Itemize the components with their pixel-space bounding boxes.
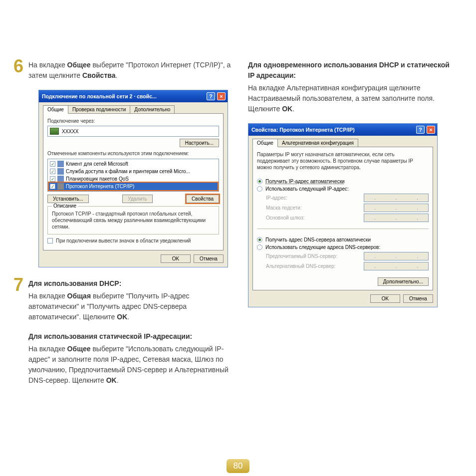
- tab-altconfig[interactable]: Альтернативная конфигурация: [277, 139, 358, 147]
- service-icon: [57, 168, 64, 175]
- step-7-number: 7: [13, 274, 23, 295]
- qos-icon: [57, 176, 64, 182]
- advanced-button[interactable]: Дополнительно...: [378, 277, 429, 286]
- radio-manual-ip-label: Использовать следующий IP-адрес:: [265, 186, 349, 192]
- mask-label: Маска подсети:: [266, 205, 302, 211]
- dhcp-text: На вкладке Общая выберите "Получить IP-а…: [28, 291, 233, 322]
- gateway-label: Основной шлюз:: [266, 215, 304, 221]
- adapter-name: XXXXX: [62, 129, 78, 134]
- radio-manual-dns-label: Использовать следующие адреса DNS-сервер…: [265, 244, 380, 250]
- dhcp-heading: Для использования DHCP:: [28, 278, 233, 289]
- step-6-text: На вкладке Общее выберите "Протокол Инте…: [28, 60, 233, 81]
- close-icon[interactable]: ×: [427, 126, 435, 134]
- notify-label: При подключении вывести значок в области…: [56, 238, 191, 244]
- dns2-input[interactable]: ...: [364, 262, 429, 270]
- checkbox-icon[interactable]: ✓: [50, 169, 55, 174]
- right-column: Для одновременного использования DHCP и …: [248, 60, 454, 395]
- titlebar: Свойства: Протокол Интернета (TCP/IP) ? …: [248, 124, 437, 136]
- checkbox-icon[interactable]: ✓: [50, 161, 55, 167]
- radio-auto-dns-label: Получить адрес DNS-сервера автоматически: [265, 237, 371, 242]
- both-text: На вкладке Альтернативная конфигурация щ…: [248, 83, 454, 114]
- radio-auto-ip[interactable]: [257, 179, 262, 184]
- client-icon: [57, 161, 64, 167]
- tab-advanced[interactable]: Дополнительно: [130, 105, 175, 114]
- properties-button[interactable]: Свойства: [186, 195, 219, 203]
- description-body: Протокол TCP/IP - стандартный протокол г…: [52, 211, 215, 230]
- ip-input[interactable]: ...: [364, 194, 429, 202]
- page-number-badge: 80: [227, 459, 249, 473]
- notify-checkbox[interactable]: ✓: [47, 238, 53, 243]
- configure-button[interactable]: Настроить...: [180, 139, 219, 147]
- ip-label: IP-адрес:: [266, 195, 287, 201]
- cancel-button[interactable]: Отмена: [403, 294, 433, 303]
- dns1-input[interactable]: ...: [364, 252, 429, 260]
- connect-via-label: Подключение через:: [47, 118, 219, 124]
- list-item[interactable]: ✓ Клиент для сетей Microsoft: [49, 160, 218, 168]
- tab-general[interactable]: Общие: [252, 139, 278, 147]
- both-heading: Для одновременного использования DHCP и …: [248, 60, 454, 81]
- tab-auth[interactable]: Проверка подлинности: [68, 105, 130, 114]
- mask-input[interactable]: ...: [364, 204, 429, 212]
- tcpip-properties-dialog: Свойства: Протокол Интернета (TCP/IP) ? …: [248, 123, 438, 307]
- dns1-label: Предпочитаемый DNS-сервер:: [266, 253, 337, 259]
- list-item[interactable]: ✓ Планировщик пакетов QoS: [49, 175, 218, 183]
- list-item-tcpip[interactable]: ✓ Протокол Интернета (TCP/IP): [49, 183, 218, 190]
- radio-auto-ip-label: Получить IP-адрес автоматически: [265, 179, 345, 184]
- left-column: 6 На вкладке Общее выберите "Протокол Ин…: [27, 60, 233, 395]
- dialog-title: Свойства: Протокол Интернета (TCP/IP): [251, 127, 414, 133]
- list-item[interactable]: ✓ Служба доступа к файлам и принтерам се…: [49, 168, 218, 175]
- lan-properties-dialog: Подключение по локальной сети 2 · свойс.…: [38, 90, 228, 267]
- ok-button[interactable]: OK: [161, 254, 191, 263]
- protocol-icon: [57, 183, 64, 190]
- nic-icon: [50, 128, 59, 135]
- ok-button[interactable]: OK: [370, 294, 400, 303]
- description-box: Описание Протокол TCP/IP - стандартный п…: [47, 206, 219, 235]
- help-icon[interactable]: ?: [416, 126, 425, 134]
- checkbox-icon[interactable]: ✓: [50, 184, 55, 189]
- static-heading: Для использования статической IP-адресац…: [28, 331, 233, 342]
- tab-general[interactable]: Общие: [43, 105, 68, 114]
- tabs: Общие Альтернативная конфигурация: [252, 139, 433, 147]
- intro-text: Параметры IP могут назначаться автоматич…: [257, 151, 429, 171]
- components-label: Отмеченные компоненты используются этим …: [47, 150, 219, 157]
- tabs: Общие Проверка подлинности Дополнительно: [43, 105, 224, 114]
- close-icon[interactable]: ×: [217, 92, 226, 100]
- remove-button[interactable]: Удалить: [122, 195, 152, 203]
- step-6-number: 6: [13, 56, 23, 77]
- dialog-title: Подключение по локальной сети 2 · свойс.…: [42, 93, 205, 99]
- titlebar: Подключение по локальной сети 2 · свойс.…: [39, 90, 228, 102]
- cancel-button[interactable]: Отмена: [194, 254, 224, 263]
- install-button[interactable]: Установить...: [47, 195, 89, 203]
- components-list[interactable]: ✓ Клиент для сетей Microsoft ✓ Служба до…: [47, 159, 219, 192]
- checkbox-icon[interactable]: ✓: [50, 176, 55, 182]
- radio-auto-dns[interactable]: [257, 237, 262, 242]
- static-text: На вкладке Общее выберите "Использовать …: [28, 344, 233, 386]
- radio-manual-dns[interactable]: [257, 244, 262, 250]
- gateway-input[interactable]: ...: [364, 214, 429, 222]
- radio-manual-ip[interactable]: [257, 186, 262, 192]
- help-icon[interactable]: ?: [207, 92, 215, 100]
- description-title: Описание: [52, 203, 78, 209]
- dns2-label: Альтернативный DNS-сервер:: [266, 263, 336, 269]
